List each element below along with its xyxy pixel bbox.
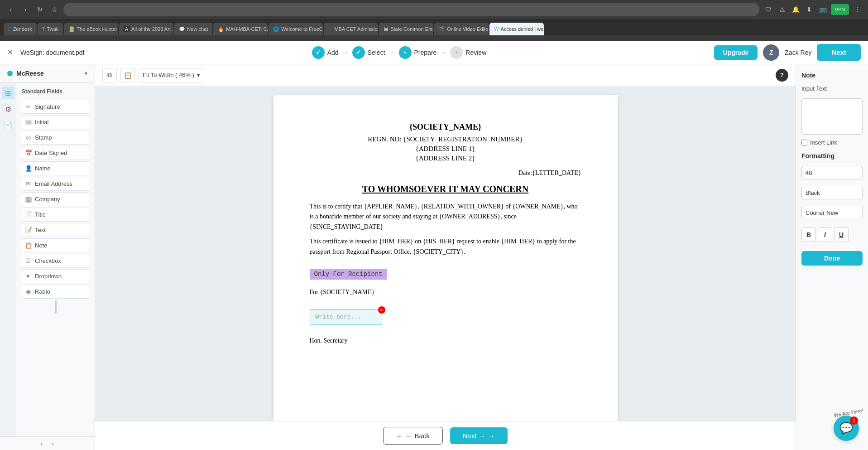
field-signature[interactable]: ✏ Signature bbox=[20, 100, 91, 114]
step-prepare[interactable]: ▪ Prepare bbox=[399, 46, 437, 59]
sidebar-chevron-button[interactable]: ▾ bbox=[85, 70, 87, 77]
font-family-input[interactable] bbox=[801, 206, 863, 219]
chat-bubble[interactable]: 💬 1 bbox=[834, 416, 859, 441]
tab-mah[interactable]: 🔥MAH-MBA-CET: CA... bbox=[213, 23, 268, 35]
help-button[interactable]: ? bbox=[776, 69, 788, 82]
tab-zendesk[interactable]: ZZendesk bbox=[4, 23, 37, 35]
extension-icon-1[interactable]: 🛡 bbox=[763, 4, 774, 15]
field-date-signed[interactable]: 📅 Date Signed bbox=[20, 146, 91, 160]
app-bar: ✕ WeSign: document.pdf ✓ Add → ✓ Select … bbox=[0, 41, 868, 64]
field-dropdown[interactable]: ▼ Dropdown bbox=[20, 269, 91, 283]
sidebar-fields: Standard Fields ✏ Signature TM Initial ◎… bbox=[16, 83, 95, 436]
app-bar-steps: ✓ Add → ✓ Select → ▪ Prepare → ▪ Review bbox=[91, 46, 706, 59]
doc-secretary: Hon. Secretary bbox=[310, 337, 581, 344]
text-icon: 📝 bbox=[25, 227, 31, 233]
doc-for-society: For {SOCIETY_NAME} bbox=[310, 289, 581, 296]
tab-mba[interactable]: MMBA CET Admission bbox=[324, 23, 378, 35]
copy-button[interactable]: ⧉ bbox=[102, 68, 117, 82]
field-email-label: Email Address bbox=[35, 180, 72, 187]
next-button-bottom[interactable]: Next → → bbox=[450, 427, 508, 444]
note-title: Note bbox=[801, 72, 863, 79]
step-prepare-label: Prepare bbox=[414, 49, 437, 56]
formatting-title: Formatting bbox=[801, 152, 863, 160]
field-checkbox-label: Checkbox bbox=[35, 257, 61, 264]
field-date-label: Date Signed bbox=[35, 150, 67, 156]
doc-regn: REGN. NO: {SOCIETY_REGISTRATION_NUMBER} … bbox=[310, 135, 581, 162]
field-title[interactable]: 📄 Title bbox=[20, 208, 91, 222]
back-button[interactable]: ← ← Back bbox=[383, 427, 443, 445]
field-name[interactable]: 👤 Name bbox=[20, 161, 91, 175]
reload-button[interactable]: ↻ bbox=[34, 4, 45, 15]
done-button[interactable]: Done bbox=[801, 251, 863, 266]
step-add-circle: ✓ bbox=[312, 46, 325, 59]
doc-scroll-area[interactable]: {SOCIETY_NAME} REGN. NO: {SOCIETY_REGIST… bbox=[95, 86, 796, 421]
tab-twak[interactable]: TTwak bbox=[38, 23, 63, 35]
tab-freeca[interactable]: 🌐Welcome to FreeCa... bbox=[269, 23, 323, 35]
signature-icon: ✏ bbox=[25, 103, 31, 110]
paste-button[interactable]: 📋 bbox=[120, 68, 135, 82]
step-arrow-1: → bbox=[342, 49, 349, 56]
field-initial[interactable]: TM Initial bbox=[20, 115, 91, 129]
input-text-label: Input Text bbox=[801, 85, 863, 92]
sidebar-fields-icon[interactable]: ⊞ bbox=[2, 87, 14, 99]
doc-write-box[interactable]: Write here... ✕ bbox=[310, 310, 382, 324]
italic-button[interactable]: I bbox=[818, 227, 832, 242]
field-text[interactable]: 📝 Text bbox=[20, 223, 91, 237]
field-company[interactable]: 🏢 Company bbox=[20, 192, 91, 206]
format-buttons: B I U bbox=[801, 227, 863, 242]
step-add-label: Add bbox=[327, 49, 339, 56]
sidebar-scroll-right[interactable]: › bbox=[52, 440, 54, 447]
bookmark-button[interactable]: ☆ bbox=[49, 4, 60, 15]
back-nav-button[interactable]: ‹ bbox=[5, 4, 16, 15]
tab-newchat[interactable]: 💬New chat bbox=[174, 23, 212, 35]
doc-date: Date:{LETTER_DATE} bbox=[310, 169, 581, 177]
step-arrow-3: → bbox=[440, 49, 446, 56]
field-email[interactable]: ✉ Email Address bbox=[20, 177, 91, 191]
tab-state[interactable]: 🏛State Common Entr... bbox=[379, 23, 433, 35]
name-icon: 👤 bbox=[25, 165, 31, 172]
field-initial-label: Initial bbox=[35, 119, 48, 126]
vpn-button[interactable]: VPN bbox=[831, 4, 849, 15]
extension-icon-5[interactable]: 📺 bbox=[817, 4, 828, 15]
underline-button[interactable]: U bbox=[834, 227, 849, 242]
close-button[interactable]: ✕ bbox=[7, 48, 13, 57]
field-note-label: Note bbox=[35, 242, 47, 249]
step-add[interactable]: ✓ Add bbox=[312, 46, 339, 59]
zoom-label: Fit To Width ( 46% ) bbox=[143, 72, 194, 78]
user-dot bbox=[7, 71, 13, 76]
upgrade-button[interactable]: Upgrade bbox=[714, 45, 758, 60]
menu-button[interactable]: ⋮ bbox=[852, 4, 863, 15]
field-stamp-label: Stamp bbox=[35, 134, 52, 141]
next-button-top[interactable]: Next bbox=[817, 44, 861, 61]
field-signature-label: Signature bbox=[35, 103, 60, 110]
field-note[interactable]: 📋 Note bbox=[20, 238, 91, 252]
forward-nav-button[interactable]: › bbox=[20, 4, 31, 15]
extension-icon-2[interactable]: ⚠ bbox=[777, 4, 787, 15]
doc-write-close-button[interactable]: ✕ bbox=[378, 306, 385, 314]
sidebar-scroll-left[interactable]: ‹ bbox=[41, 440, 43, 447]
insert-link-checkbox[interactable] bbox=[801, 140, 807, 145]
sidebar-gear-icon[interactable]: ⚙ bbox=[2, 103, 14, 116]
extension-icon-4[interactable]: ⬇ bbox=[804, 4, 815, 15]
sidebar-doc-icon[interactable]: 📄 bbox=[2, 119, 14, 132]
url-bar[interactable]: wesign.com/prepare/add-fields-recipients bbox=[63, 3, 759, 16]
step-select[interactable]: ✓ Select bbox=[352, 46, 385, 59]
tab-anime[interactable]: AAll of the 2023 Ani... bbox=[119, 23, 173, 35]
field-stamp[interactable]: ◎ Stamp bbox=[20, 131, 91, 145]
field-company-label: Company bbox=[35, 196, 60, 203]
bold-button[interactable]: B bbox=[801, 227, 816, 242]
font-size-input[interactable] bbox=[801, 166, 863, 179]
tab-ebook[interactable]: 📗The eBook Hunter -... bbox=[64, 23, 118, 35]
extension-icon-3[interactable]: 🔔 bbox=[790, 4, 801, 15]
font-color-input[interactable] bbox=[801, 186, 863, 199]
field-checkbox[interactable]: ☑ Checkbox bbox=[20, 254, 91, 268]
tab-wesign[interactable]: WAccess denied | wes... bbox=[489, 23, 544, 35]
step-review[interactable]: ▪ Review bbox=[450, 46, 486, 59]
zoom-select[interactable]: Fit To Width ( 46% ) ▾ bbox=[139, 68, 204, 82]
step-select-label: Select bbox=[368, 49, 385, 56]
doc-toolbar: ⧉ 📋 Fit To Width ( 46% ) ▾ ? bbox=[95, 64, 796, 86]
field-radio[interactable]: ◉ Radio bbox=[20, 285, 91, 299]
input-text-area[interactable] bbox=[801, 98, 863, 135]
checkbox-icon: ☑ bbox=[25, 257, 31, 264]
tab-video[interactable]: 🎬Online Video Editor... bbox=[434, 23, 489, 35]
